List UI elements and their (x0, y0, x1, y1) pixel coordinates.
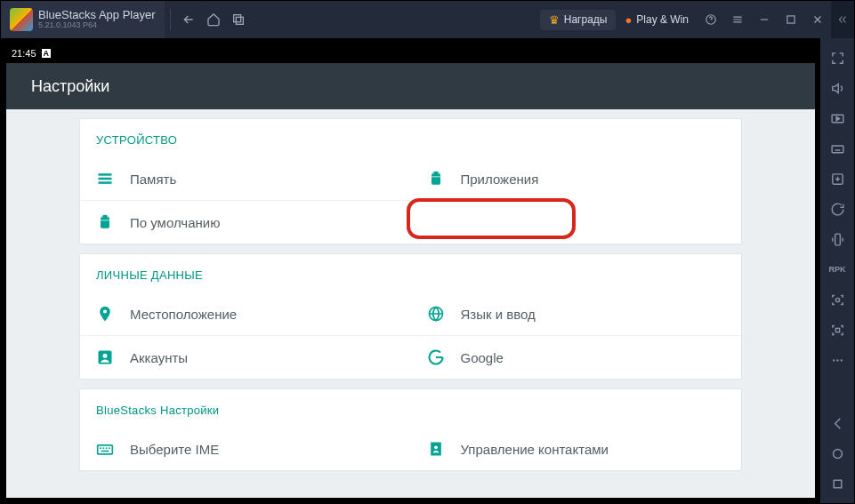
fire-icon: ● (625, 13, 632, 27)
help-button[interactable] (698, 6, 724, 33)
maximize-button[interactable] (778, 6, 804, 33)
account-icon (96, 348, 114, 366)
section-header: УСТРОЙСТВО (80, 119, 741, 157)
svg-rect-1 (236, 17, 243, 24)
menu-button[interactable] (724, 6, 751, 33)
pkg-icon-button[interactable]: RPK (825, 257, 850, 282)
svg-rect-19 (832, 145, 843, 152)
status-indicator-icon: A (42, 49, 52, 58)
keymap-button[interactable] (825, 136, 850, 161)
collapse-sidebar-button[interactable] (831, 1, 854, 38)
section-device: УСТРОЙСТВО Память Приложения По умолч (79, 118, 742, 244)
screenshot-button[interactable] (825, 287, 850, 312)
emulator-frame: 21:45 A Настройки УСТРОЙСТВО Память (1, 38, 820, 503)
close-button[interactable] (804, 6, 831, 33)
svg-rect-28 (834, 480, 842, 488)
location-icon (96, 305, 114, 323)
svg-rect-12 (103, 447, 105, 449)
android-home-button[interactable] (825, 441, 850, 466)
item-label: Аккаунты (130, 350, 188, 365)
recents-button[interactable] (226, 7, 251, 32)
settings-item-google[interactable]: Google (411, 335, 742, 379)
android-icon (427, 170, 445, 188)
status-time: 21:45 (12, 48, 36, 59)
rewards-label: Награды (564, 13, 608, 26)
settings-content: УСТРОЙСТВО Память Приложения По умолч (6, 109, 815, 498)
svg-point-22 (835, 298, 839, 301)
contacts-icon (427, 440, 445, 458)
right-sidebar: RPK (820, 38, 854, 503)
crown-icon: ♛ (549, 13, 560, 27)
item-label: По умолчанию (130, 215, 220, 230)
settings-item-ime[interactable]: Выберите IME (80, 428, 411, 470)
section-header: BlueStacks Настройки (80, 389, 741, 428)
svg-rect-11 (100, 447, 101, 449)
android-statusbar: 21:45 A (6, 44, 815, 63)
svg-point-9 (103, 354, 108, 358)
item-label: Управление контактами (461, 442, 609, 457)
settings-item-language[interactable]: Язык и ввод (411, 292, 742, 335)
app-title: BlueStacks App Player (38, 9, 156, 21)
svg-rect-3 (787, 16, 795, 23)
svg-rect-6 (99, 181, 112, 184)
rewards-button[interactable]: ♛ Награды (540, 10, 617, 30)
svg-rect-13 (106, 447, 108, 449)
svg-rect-21 (835, 234, 840, 245)
home-button[interactable] (201, 7, 226, 32)
svg-point-25 (836, 359, 838, 361)
section-personal: ЛИЧНЫЕ ДАННЫЕ Местоположение Язык и ввод (79, 253, 742, 380)
item-label: Google (461, 350, 504, 365)
playwin-button[interactable]: ● Play & Win (616, 10, 698, 30)
settings-item-location[interactable]: Местоположение (80, 292, 411, 335)
svg-rect-10 (98, 445, 113, 454)
item-label: Выберите IME (130, 442, 219, 457)
svg-rect-5 (99, 178, 112, 180)
memory-icon (96, 170, 114, 188)
svg-rect-4 (99, 173, 112, 176)
svg-point-24 (833, 359, 835, 361)
section-bluestacks: BlueStacks Настройки Выберите IME Управл… (79, 388, 742, 471)
volume-button[interactable] (825, 76, 850, 100)
google-icon (427, 348, 445, 366)
shake-button[interactable] (825, 227, 850, 252)
settings-item-memory[interactable]: Память (80, 157, 411, 200)
rotate-button[interactable] (825, 196, 850, 221)
section-header: ЛИЧНЫЕ ДАННЫЕ (80, 254, 741, 292)
keyboard-icon (96, 440, 114, 458)
more-button[interactable] (825, 348, 850, 372)
svg-rect-15 (101, 451, 109, 452)
app-logo-block: BlueStacks App Player 5.21.0.1043 P64 (1, 1, 165, 38)
svg-point-17 (434, 445, 438, 449)
settings-item-apps[interactable]: Приложения (411, 157, 742, 200)
install-apk-button[interactable] (825, 166, 850, 191)
android-icon (96, 213, 114, 231)
svg-point-26 (840, 359, 842, 361)
video-button[interactable] (825, 106, 850, 131)
svg-rect-23 (835, 328, 839, 332)
svg-rect-14 (109, 447, 110, 449)
item-label: Приложения (461, 172, 539, 187)
android-recents-button[interactable] (825, 471, 850, 496)
minimize-button[interactable] (751, 6, 778, 33)
svg-rect-0 (233, 15, 240, 22)
svg-point-27 (833, 449, 842, 458)
app-version: 5.21.0.1043 P64 (38, 21, 156, 30)
app-bar: Настройки (6, 63, 815, 109)
playwin-label: Play & Win (636, 13, 689, 26)
settings-item-default[interactable]: По умолчанию (80, 200, 411, 244)
titlebar: BlueStacks App Player 5.21.0.1043 P64 ♛ … (1, 1, 854, 38)
titlebar-separator (170, 9, 171, 30)
item-label: Память (130, 172, 176, 187)
android-back-button[interactable] (825, 411, 850, 436)
fullscreen-button[interactable] (825, 45, 850, 70)
page-title: Настройки (31, 77, 109, 96)
item-label: Местоположение (130, 307, 237, 322)
settings-item-accounts[interactable]: Аккаунты (80, 335, 411, 379)
item-label: Язык и ввод (461, 307, 536, 322)
globe-icon (427, 305, 445, 323)
settings-item-contacts[interactable]: Управление контактами (411, 428, 742, 470)
record-button[interactable] (825, 317, 850, 342)
bluestacks-logo-icon (10, 8, 33, 31)
back-button[interactable] (176, 7, 201, 32)
